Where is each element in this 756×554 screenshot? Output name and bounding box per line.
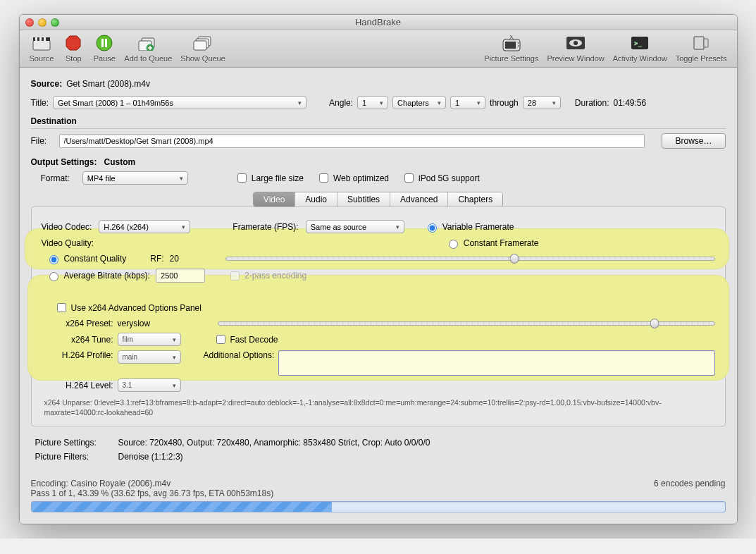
svg-point-21 [574, 41, 578, 45]
title-select[interactable]: Get Smart (2008) 1 – 01h49m56s [53, 96, 306, 109]
angle-label: Angle: [329, 98, 353, 108]
h264-level-value: 3.1 [123, 381, 132, 389]
source-value: Get Smart (2008).m4v [66, 79, 150, 89]
bitrate-input[interactable] [156, 269, 205, 283]
x264-preset-value: veryslow [118, 319, 167, 328]
show-queue-button[interactable]: Show Queue [176, 33, 230, 63]
clapper-icon [30, 33, 53, 53]
angle-select[interactable]: 1 [357, 96, 388, 109]
rf-label: RF: [150, 254, 163, 264]
stop-icon [62, 33, 85, 53]
svg-point-18 [518, 45, 519, 47]
chapter-from-select[interactable]: 1 [450, 96, 485, 109]
app-window: HandBrake Source Stop Pause Add to Queu [19, 14, 738, 524]
pause-label: Pause [94, 54, 116, 63]
video-quality-header: Video Quality: [42, 238, 94, 248]
x264-advanced-checkbox[interactable]: Use x264 Advanced Options Panel [54, 301, 202, 314]
svg-rect-2 [35, 37, 37, 41]
source-label: Source: [31, 79, 63, 89]
svg-text:>_: >_ [634, 39, 642, 47]
toolbar: Source Stop Pause Add to Queue Show Queu… [20, 30, 737, 68]
picture-settings-label: Picture Settings [484, 54, 538, 63]
video-codec-select[interactable]: H.264 (x264) [99, 220, 190, 233]
fast-decode-label: Fast Decode [230, 335, 278, 345]
abr-label: Average Bitrate (kbps): [64, 271, 151, 281]
chapter-to-value: 28 [528, 99, 536, 107]
x264-tune-value: film [123, 336, 134, 343]
ipod-checkbox[interactable]: iPod 5G support [402, 171, 480, 185]
pause-button[interactable]: Pause [89, 33, 120, 63]
status-footer: Encoding: Casino Royale (2006).m4v Pass … [20, 469, 737, 524]
title-select-value: Get Smart (2008) 1 – 01h49m56s [58, 99, 173, 107]
chapter-from-value: 1 [455, 99, 459, 107]
svg-point-17 [518, 42, 519, 44]
tab-advanced[interactable]: Advanced [390, 192, 448, 207]
chapter-to-select[interactable]: 28 [523, 96, 561, 109]
h264-profile-select[interactable]: main [118, 350, 181, 364]
window-title: HandBrake [20, 17, 737, 27]
h264-profile-value: main [123, 353, 138, 361]
format-label: Format: [41, 173, 70, 183]
two-pass-checkbox[interactable]: 2-pass encoding [228, 269, 306, 283]
h264-profile-label: H.264 Profile: [54, 350, 113, 360]
tab-video[interactable]: Video [254, 192, 295, 207]
video-codec-label: Video Codec: [42, 222, 92, 232]
large-file-checkbox[interactable]: Large file size [235, 171, 304, 185]
x264-tune-select[interactable]: film [118, 333, 181, 346]
add-queue-button[interactable]: Add to Queue [120, 33, 176, 63]
tab-audio[interactable]: Audio [295, 192, 337, 207]
x264-tune-label: x264 Tune: [54, 335, 113, 345]
svg-rect-0 [33, 40, 50, 50]
file-path-input[interactable] [59, 134, 645, 148]
duration-label: Duration: [575, 98, 609, 108]
svg-rect-3 [39, 37, 42, 41]
angle-value: 1 [362, 99, 366, 107]
preview-window-button[interactable]: Preview Window [543, 33, 608, 63]
browse-button[interactable]: Browse… [662, 133, 725, 149]
h264-level-select[interactable]: 3.1 [118, 378, 181, 392]
x264-unparse-text: x264 Unparse: 0:level=3.1:ref=13:bframes… [44, 398, 712, 417]
picture-settings-info-value: Source: 720x480, Output: 720x480, Anamor… [118, 438, 430, 448]
svg-rect-8 [105, 39, 107, 47]
toggle-presets-button[interactable]: Toggle Presets [671, 33, 731, 63]
svg-rect-14 [194, 41, 206, 50]
destination-header: Destination [31, 116, 726, 129]
cfr-label: Constant Framerate [464, 238, 539, 248]
framerate-label: Framerate (FPS): [233, 222, 298, 232]
web-optimized-checkbox[interactable]: Web optimized [316, 171, 389, 185]
add-queue-label: Add to Queue [124, 54, 172, 63]
additional-options-label: Additional Options: [204, 350, 275, 360]
average-bitrate-radio[interactable]: Average Bitrate (kbps): [46, 270, 151, 281]
range-type-select[interactable]: Chapters [392, 96, 446, 109]
content-area: Source: Get Smart (2008).m4v Title: Get … [20, 68, 737, 469]
tab-subtitles[interactable]: Subtitles [337, 192, 390, 207]
quality-slider[interactable] [225, 257, 715, 261]
drawer-icon [690, 33, 712, 53]
stop-button[interactable]: Stop [58, 33, 89, 63]
output-settings-value: Custom [104, 157, 135, 167]
two-pass-label: 2-pass encoding [244, 271, 306, 281]
cfr-radio[interactable]: Constant Framerate [445, 238, 539, 249]
source-button[interactable]: Source [25, 33, 58, 63]
preset-slider[interactable] [218, 321, 715, 326]
format-select[interactable]: MP4 file [82, 171, 188, 185]
svg-rect-4 [44, 37, 46, 41]
fast-decode-checkbox[interactable]: Fast Decode [213, 333, 278, 346]
source-label: Source [30, 54, 54, 63]
cq-label: Constant Quality [64, 254, 127, 264]
constant-quality-radio[interactable]: Constant Quality [46, 253, 127, 264]
svg-point-6 [97, 35, 112, 51]
show-queue-icon [192, 33, 214, 53]
additional-options-input[interactable] [278, 350, 714, 376]
vfr-radio[interactable]: Variable Framerate [424, 221, 514, 233]
video-panel: Video Codec: H.264 (x264) Framerate (FPS… [31, 207, 726, 426]
web-opt-label: Web optimized [333, 173, 389, 183]
video-codec-value: H.264 (x264) [104, 223, 149, 231]
activity-window-button[interactable]: >_ Activity Window [609, 33, 671, 63]
tab-chapters[interactable]: Chapters [448, 192, 502, 207]
picture-settings-button[interactable]: Picture Settings [480, 33, 543, 63]
framerate-select[interactable]: Same as source [306, 220, 404, 233]
framerate-value: Same as source [311, 223, 366, 231]
progress-bar [31, 501, 726, 512]
x264-preset-label: x264 Preset: [54, 319, 113, 328]
